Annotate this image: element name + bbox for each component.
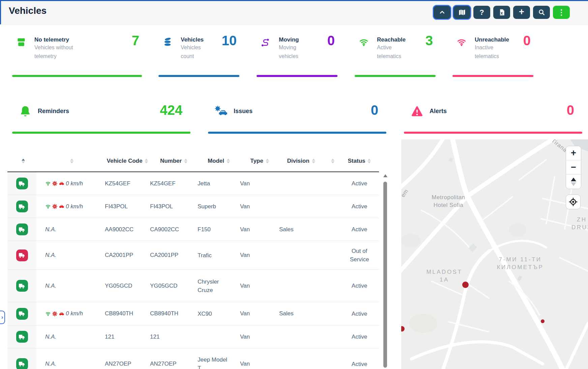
scrollbar-thumb[interactable] [383, 182, 387, 368]
chevron-up-icon [438, 8, 446, 16]
stat-card[interactable]: No telemetry Vehicles without telemetry … [12, 24, 142, 82]
model-cell: XC90 [198, 302, 240, 325]
add-button[interactable]: + [513, 6, 530, 19]
database-icon [163, 37, 173, 49]
collapse-button[interactable] [434, 6, 450, 19]
model-cell [198, 325, 240, 348]
stat-subtitle: Moving vehicles [279, 43, 306, 61]
wifi-icon [45, 311, 51, 317]
vehicles-page: Vehicles ? + ⋮ No telemetry Vehicles wit… [0, 0, 588, 369]
vehicle-code-cell: FI43POL [105, 195, 150, 218]
summary-card[interactable]: Issues 0 [208, 88, 386, 136]
vehicle-type-icon [16, 331, 28, 343]
column-header-vehicle-code[interactable]: Vehicle Code [105, 158, 150, 164]
table-row[interactable]: 0 km/h KZ54GEF KZ54GEF Jetta Van Active [7, 172, 379, 195]
telemetry-text: 0 km/h [66, 180, 83, 187]
column-header-model[interactable]: Model [198, 158, 240, 164]
table-row[interactable]: N.A. AA9002CC CA9002CC F150 Van Sales Ac… [7, 218, 379, 241]
sort-control[interactable] [331, 159, 334, 163]
expand-panel-button[interactable]: › [0, 311, 5, 324]
triangle-up-icon [571, 178, 576, 181]
scroll-up-arrow[interactable] [383, 174, 387, 177]
table-row[interactable]: 0 km/h CB8940TH CB8940TH XC90 Van Sales … [7, 302, 379, 325]
column-label: Division [287, 158, 309, 164]
table-row[interactable]: N.A. 121 121 Van Active [7, 325, 379, 348]
type-cell: Van [240, 302, 279, 325]
vehicle-type-icon [16, 201, 28, 212]
toolbar: ? + ⋮ [434, 6, 570, 19]
telemetry-text: N.A. [45, 334, 56, 340]
zoom-in-button[interactable]: + [566, 146, 581, 160]
sort-control[interactable] [312, 159, 315, 163]
summary-underline [404, 132, 582, 134]
stat-card[interactable]: Reachable Active telematics 3 [355, 24, 436, 82]
column-label: Model [208, 158, 224, 164]
column-label: Status [348, 158, 365, 164]
stat-card[interactable]: Unreachable Inactive telematics 0 [452, 24, 533, 82]
summary-underline [12, 132, 190, 134]
car-icon [59, 181, 64, 186]
stat-value: 0 [327, 33, 335, 48]
type-cell: Van [240, 195, 279, 218]
vehicle-marker[interactable] [541, 319, 545, 323]
kebab-menu-icon: ⋮ [558, 9, 565, 16]
truck-icon [18, 180, 26, 187]
bell-icon [19, 105, 32, 119]
column-header-type[interactable]: Type [240, 158, 279, 164]
number-cell: CA9002CC [150, 218, 198, 241]
stat-card[interactable]: Vehicles Vehicles count 10 [158, 24, 239, 82]
truck-icon [18, 203, 26, 210]
table-scrollbar[interactable] [383, 173, 388, 369]
model-cell: Jeep Model T [198, 348, 240, 369]
table-row[interactable]: N.A. AN27OEP AN27OEP Jeep Model T Van Ac… [7, 348, 379, 369]
stat-underline [257, 75, 337, 77]
column-header-telemetry[interactable] [36, 159, 105, 163]
map-panel[interactable]: Tirana em MetropolitanHotel Sofia MLADOS… [401, 139, 588, 369]
division-cell [279, 270, 323, 302]
car-icon [59, 204, 64, 209]
summary-card[interactable]: Alerts 0 [404, 88, 582, 136]
table-row[interactable]: N.A. YG05GCD YG05GCD Chrysler Cruze Van … [7, 270, 379, 302]
column-header-status[interactable]: Status [340, 158, 379, 164]
summary-card[interactable]: Reminders 424 [12, 88, 190, 136]
sort-control[interactable] [70, 159, 74, 163]
status-cell: Out of Service [340, 241, 379, 269]
help-button[interactable]: ? [473, 6, 490, 19]
pitch-control-button[interactable] [566, 175, 581, 189]
division-cell [279, 172, 323, 195]
search-button[interactable] [533, 6, 550, 19]
map-button[interactable] [453, 6, 470, 19]
locate-button[interactable] [566, 194, 581, 209]
sort-control[interactable] [368, 159, 371, 163]
model-cell: F150 [198, 218, 240, 241]
stat-subtitle: Inactive telematics [475, 43, 507, 61]
sort-control[interactable] [266, 159, 269, 163]
export-excel-button[interactable] [493, 6, 510, 19]
page-header: Vehicles ? + ⋮ [0, 0, 588, 24]
column-label: Type [250, 158, 263, 164]
stat-title: No telemetry [34, 24, 142, 43]
table-row[interactable]: N.A. CA2001PP CA2001PP Trafic Van Out of… [7, 241, 379, 270]
zoom-out-button[interactable]: − [566, 160, 581, 175]
column-header-truck[interactable] [7, 159, 36, 163]
division-cell: Sales [279, 218, 323, 241]
column-header-number[interactable]: Number [150, 158, 198, 164]
vehicle-code-cell: YG05GCD [105, 270, 150, 302]
vehicle-marker[interactable] [462, 282, 469, 288]
sort-control[interactable] [227, 159, 230, 163]
vehicle-type-icon [16, 178, 28, 189]
model-cell: Superb [198, 195, 240, 218]
column-header-extra[interactable] [323, 159, 340, 163]
stat-underline [355, 75, 436, 77]
more-button[interactable]: ⋮ [553, 6, 570, 19]
sort-control[interactable] [145, 159, 148, 163]
truck-icon [18, 226, 26, 233]
stat-card[interactable]: Moving Moving vehicles 0 [257, 24, 337, 82]
wifi-icon [45, 181, 51, 186]
status-cell: Active [340, 218, 379, 241]
table-row[interactable]: 0 km/h FI43POL FI43POL Superb Van Active [7, 195, 379, 218]
box-icon [16, 37, 26, 49]
column-header-division[interactable]: Division [279, 158, 323, 164]
sort-control[interactable] [22, 159, 25, 163]
sort-control[interactable] [184, 159, 187, 163]
